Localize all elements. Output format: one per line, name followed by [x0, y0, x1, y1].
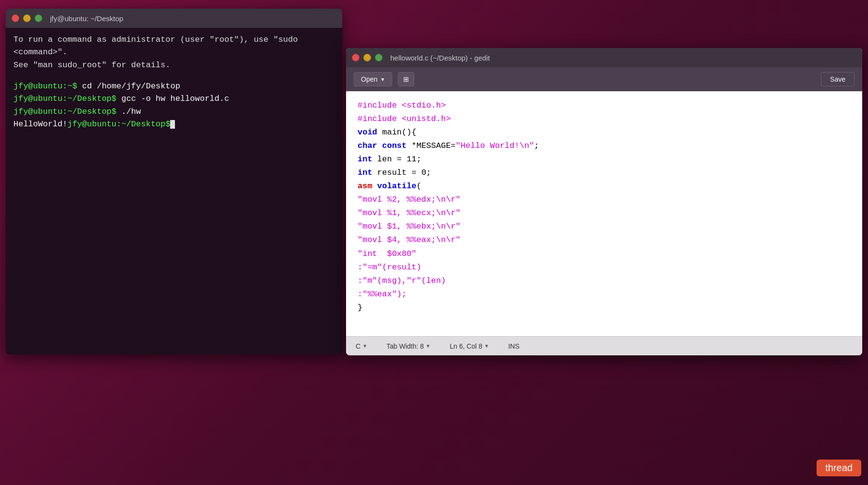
terminal-titlebar: jfy@ubuntu: ~/Desktop [6, 9, 342, 28]
gedit-minimize-btn[interactable] [363, 54, 371, 61]
cmd-1: cd /home/jfy/Desktop [77, 82, 180, 91]
prompt-2: jfy@ubuntu:~/Desktop$ [13, 94, 116, 103]
final-prompt: jfy@ubuntu:~/Desktop$ [67, 120, 170, 129]
code-line-9: "movl %1, %%ecx;\n\r" [358, 206, 851, 220]
code-line-16: } [358, 301, 851, 315]
terminal-window[interactable]: jfy@ubuntu: ~/Desktop To run a command a… [6, 9, 342, 354]
terminal-command-2: jfy@ubuntu:~/Desktop$ gcc -o hw hellowor… [13, 93, 335, 105]
terminal-maximize-btn[interactable] [35, 14, 42, 22]
mode-label: INS [508, 342, 519, 350]
code-line-13: :"=m"(result) [358, 261, 851, 274]
terminal-command-3: jfy@ubuntu:~/Desktop$ ./hw [13, 106, 335, 118]
code-line-12: "int $0x80" [358, 247, 851, 261]
language-selector[interactable]: C ▼ [356, 342, 367, 350]
position-arrow-icon: ▼ [484, 343, 489, 349]
thread-badge: thread [817, 460, 861, 476]
code-line-4: char const *MESSAGE="Hello World!\n"; [358, 139, 851, 153]
terminal-minimize-btn[interactable] [23, 14, 31, 22]
code-line-14: :"m"(msg),"r"(len) [358, 274, 851, 288]
code-line-15: :"%%eax"); [358, 288, 851, 301]
gedit-titlebar: helloworld.c (~/Desktop) - gedit [346, 48, 862, 67]
gedit-window[interactable]: helloworld.c (~/Desktop) - gedit Open ▼ … [346, 48, 862, 355]
open-button[interactable]: Open ▼ [354, 72, 392, 86]
position-selector[interactable]: Ln 6, Col 8 ▼ [450, 342, 489, 350]
tab-width-label: Tab Width: 8 [386, 342, 424, 350]
position-label: Ln 6, Col 8 [450, 342, 483, 350]
save-button[interactable]: Save [821, 72, 855, 86]
tab-width-selector[interactable]: Tab Width: 8 ▼ [386, 342, 431, 350]
gedit-title: helloworld.c (~/Desktop) - gedit [390, 54, 490, 62]
code-line-5: int len = 11; [358, 153, 851, 166]
code-line-2: #include <unistd.h> [358, 112, 851, 126]
terminal-command-1: jfy@ubuntu:~$ cd /home/jfy/Desktop [13, 80, 335, 93]
hello-world-output: HelloWorld! [13, 120, 67, 129]
terminal-info-line2: See "man sudo_root" for details. [13, 59, 335, 72]
cmd-3: ./hw [116, 107, 141, 116]
gedit-toolbar: Open ▼ ⊞ Save [346, 67, 862, 91]
code-line-6: int result = 0; [358, 166, 851, 180]
open-label: Open [361, 75, 377, 83]
pin-button[interactable]: ⊞ [398, 72, 414, 86]
open-arrow-icon: ▼ [380, 77, 385, 82]
pin-icon: ⊞ [403, 75, 409, 83]
cmd-2: gcc -o hw helloworld.c [116, 94, 229, 103]
terminal-body[interactable]: To run a command as administrator (user … [6, 28, 342, 354]
terminal-cursor [170, 120, 175, 129]
code-line-1: #include <stdio.h> [358, 99, 851, 112]
language-label: C [356, 342, 360, 350]
tab-width-arrow-icon: ▼ [426, 343, 431, 349]
gedit-maximize-btn[interactable] [375, 54, 383, 61]
ins-mode: INS [508, 342, 519, 350]
gedit-statusbar: C ▼ Tab Width: 8 ▼ Ln 6, Col 8 ▼ INS [346, 336, 862, 355]
prompt-3: jfy@ubuntu:~/Desktop$ [13, 107, 116, 116]
code-line-11: "movl $4, %%eax;\n\r" [358, 233, 851, 247]
code-line-10: "movl $1, %%ebx;\n\r" [358, 220, 851, 233]
prompt-1: jfy@ubuntu:~$ [13, 82, 77, 91]
code-line-8: "movl %2, %%edx;\n\r" [358, 193, 851, 206]
thread-label: thread [825, 462, 853, 473]
terminal-info-line1: To run a command as administrator (user … [13, 34, 335, 59]
code-line-7: asm volatile( [358, 180, 851, 193]
gedit-close-btn[interactable] [352, 54, 360, 61]
terminal-output: HelloWorld!jfy@ubuntu:~/Desktop$ [13, 118, 335, 131]
terminal-title: jfy@ubuntu: ~/Desktop [50, 14, 123, 23]
gedit-code-area[interactable]: #include <stdio.h> #include <unistd.h> v… [346, 91, 862, 336]
language-arrow-icon: ▼ [362, 343, 367, 349]
terminal-close-btn[interactable] [12, 14, 19, 22]
code-line-3: void main(){ [358, 126, 851, 139]
